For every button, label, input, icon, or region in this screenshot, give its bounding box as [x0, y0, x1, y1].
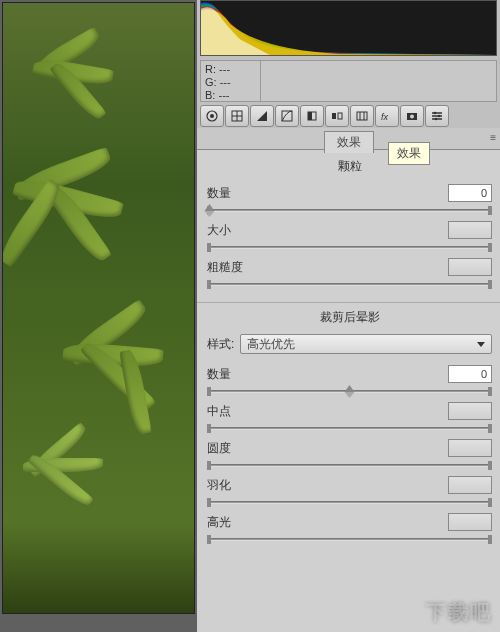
r-label: R:: [205, 63, 216, 75]
svg-point-19: [434, 112, 437, 115]
panel-menu-icon[interactable]: ≡: [490, 132, 496, 143]
vignette-style-dropdown[interactable]: 高光优先: [240, 334, 492, 354]
vignette-midpoint-slider[interactable]: [207, 422, 492, 436]
grain-amount-value[interactable]: 0: [448, 184, 492, 202]
watermark: 下载吧: [426, 599, 492, 626]
chevron-down-icon: [477, 342, 485, 347]
b-label: B:: [205, 89, 215, 101]
svg-rect-9: [338, 113, 342, 119]
tab-tooltip: 效果: [388, 142, 430, 165]
b-value: ---: [218, 89, 229, 101]
grid-icon[interactable]: [225, 105, 249, 127]
preview-image: [2, 2, 195, 614]
svg-rect-10: [357, 112, 367, 120]
svg-text:fx: fx: [381, 112, 389, 122]
panel-toolbar: fx: [197, 104, 500, 128]
g-label: G:: [205, 76, 217, 88]
vignette-roundness-value[interactable]: [448, 439, 492, 457]
svg-point-1: [210, 114, 214, 118]
vignette-style-label: 样式:: [207, 336, 234, 353]
svg-point-15: [410, 115, 414, 119]
vignette-roundness-slider[interactable]: [207, 459, 492, 473]
fx-icon[interactable]: fx: [375, 105, 399, 127]
vignette-feather-slider[interactable]: [207, 496, 492, 510]
g-value: ---: [220, 76, 231, 88]
svg-rect-8: [332, 113, 336, 119]
effects-panel: 颗粒 数量 0 大小 粗糙度: [197, 150, 500, 632]
tab-effects[interactable]: 效果: [324, 131, 374, 153]
split-tone-icon[interactable]: [325, 105, 349, 127]
vignette-feather-value[interactable]: [448, 476, 492, 494]
vignette-amount-value[interactable]: 0: [448, 365, 492, 383]
grain-roughness-slider[interactable]: [207, 278, 492, 292]
grain-size-value[interactable]: [448, 221, 492, 239]
presets-icon[interactable]: [425, 105, 449, 127]
svg-point-20: [438, 115, 441, 118]
right-pane: R: --- G: --- B: --- fx 效果 效果 ≡ 颗粒 数量 0: [197, 0, 500, 632]
grain-amount-slider[interactable]: [207, 204, 492, 218]
rgb-readout: R: --- G: --- B: ---: [200, 60, 497, 102]
detail-icon[interactable]: [300, 105, 324, 127]
vignette-midpoint-label: 中点: [207, 403, 231, 420]
vignette-roundness-label: 圆度: [207, 440, 231, 457]
vignette-highlight-value[interactable]: [448, 513, 492, 531]
vignette-highlight-slider[interactable]: [207, 533, 492, 547]
r-value: ---: [219, 63, 230, 75]
grain-amount-label: 数量: [207, 185, 231, 202]
vignette-amount-slider[interactable]: [207, 385, 492, 399]
color-wheel-icon[interactable]: [200, 105, 224, 127]
vignette-highlight-label: 高光: [207, 514, 231, 531]
preview-pane: [0, 0, 197, 632]
lens-icon[interactable]: [350, 105, 374, 127]
histogram[interactable]: [200, 0, 497, 56]
vignette-section-title: 裁剪后晕影: [207, 309, 492, 326]
grain-roughness-label: 粗糙度: [207, 259, 243, 276]
svg-rect-5: [282, 111, 292, 121]
grain-size-label: 大小: [207, 222, 231, 239]
vignette-amount-label: 数量: [207, 366, 231, 383]
vignette-midpoint-value[interactable]: [448, 402, 492, 420]
exposure-triangle-icon[interactable]: [250, 105, 274, 127]
tab-bar: 效果 效果 ≡: [197, 128, 500, 150]
camera-icon[interactable]: [400, 105, 424, 127]
grain-roughness-value[interactable]: [448, 258, 492, 276]
svg-rect-7: [308, 112, 312, 120]
grain-section-title: 颗粒: [207, 158, 492, 175]
svg-point-21: [435, 118, 438, 121]
vignette-style-value: 高光优先: [247, 336, 295, 353]
vignette-feather-label: 羽化: [207, 477, 231, 494]
grain-size-slider[interactable]: [207, 241, 492, 255]
tone-curve-icon[interactable]: [275, 105, 299, 127]
